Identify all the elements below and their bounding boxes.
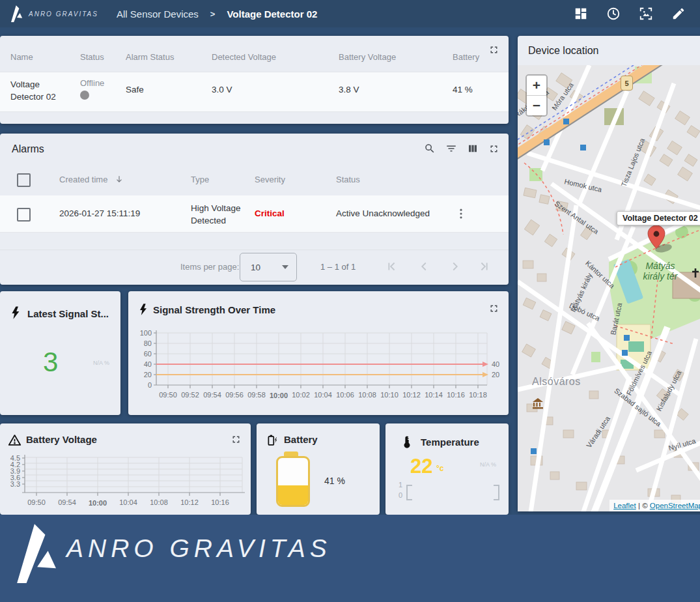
col-battery: Battery [453,52,479,62]
chevron-down-icon [282,265,288,269]
screenshot-icon[interactable] [639,7,653,21]
filter-icon[interactable] [445,143,457,154]
sort-desc-icon[interactable] [115,174,124,184]
x-tick: 10:06 [336,391,354,399]
columns-icon[interactable] [467,143,479,154]
battery-fill [278,485,308,505]
breadcrumb-current: Voltage Detector 02 [227,8,317,20]
brand-logo-icon [9,5,23,23]
leaflet-link[interactable]: Leaflet [613,502,636,509]
col-name: Name [10,52,33,62]
dashboards-icon[interactable] [574,7,588,21]
latest-signal-title: Latest Signal St... [27,308,115,319]
signal-chart-card: Signal Strength Over Time 100 80 60 40 2… [128,291,509,415]
zoom-out-button[interactable]: − [527,96,546,115]
map-container: Móra utca Rákóczi utca Homok utca Szent … [518,65,700,511]
x-tick: 10:08 [150,498,168,506]
y-tick: 20 [144,371,152,379]
offline-status-dot [80,91,89,100]
x-tick: 09:54 [58,498,76,506]
battery-percent-label: 41 % [324,476,345,486]
warning-icon [8,433,21,447]
y-tick: 3.3 [10,480,20,488]
x-tick: 09:58 [247,391,266,399]
select-all-checkbox[interactable] [17,173,31,187]
threshold-label: 20 [492,371,499,379]
map-title: Device location [528,45,599,57]
device-location-card: Device location [518,36,700,511]
top-navbar: ANRO GRAVITAS All Sensor Devices > Volta… [0,0,700,27]
thermometer-icon [401,435,413,449]
zoom-in-button[interactable]: + [527,76,546,96]
marker-tooltip: Voltage Detector 02 [617,211,700,225]
map-zoom-control: + − [525,74,548,117]
col-detected-voltage: Detected Voltage [212,52,276,62]
bolt-icon [137,303,150,316]
device-detected-voltage: 3.0 V [212,85,232,94]
x-tick: 10:02 [292,391,310,399]
bolt-icon [9,306,23,320]
openstreetmap-link[interactable]: OpenStreetMap [650,502,700,509]
page-range-label: 1 – 1 of 1 [320,262,356,272]
col-type: Type [191,175,209,184]
first-page-icon[interactable] [384,259,399,274]
brand-name: ANRO GRAVITAS [29,10,98,18]
route-shield: 5 [621,76,633,91]
device-name: Voltage Detector 02 [10,78,66,103]
fullscreen-icon[interactable] [488,143,499,154]
battery-voltage-title: Battery Voltage [26,434,97,445]
x-tick: 09:50 [159,391,177,399]
footer: ANRO GRAVITAS [0,515,700,602]
row-checkbox[interactable] [17,208,31,222]
col-created-time: Created time [59,175,107,184]
threshold-label: 40 [492,360,499,368]
breadcrumb-separator: > [210,9,216,19]
fullscreen-icon[interactable] [231,434,242,445]
footer-logo-icon [7,521,64,585]
search-icon[interactable] [424,143,436,154]
temperature-title: Temperature [421,437,479,448]
fullscreen-icon[interactable] [488,44,499,55]
x-tick-current: 10:00 [89,499,107,507]
x-tick: 09:54 [203,391,221,399]
y-tick: 100 [140,329,152,337]
alarm-row[interactable]: 2026-01-27 15:11:19 High Voltage Detecte… [0,195,509,233]
alarm-severity: Critical [255,208,285,218]
battery-voltage-chart: 4.5 4.2 3.9 3.6 3.3 09:50 09:54 10:00 10… [0,450,251,515]
battery-title: Battery [284,434,318,445]
attribution-copyright: © [642,502,647,509]
nav-logo[interactable]: ANRO GRAVITAS [9,5,98,23]
signal-chart-title: Signal Strength Over Time [153,304,275,315]
next-page-icon[interactable] [448,259,462,274]
breadcrumb-root[interactable]: All Sensor Devices [117,8,199,20]
device-alarm-status: Safe [126,85,144,94]
col-status: Status [336,175,360,184]
col-alarm-status: Alarm Status [126,52,174,62]
x-tick: 09:52 [181,391,199,399]
page-size-select[interactable]: 10 [240,253,297,281]
x-tick: 10:12 [180,498,199,506]
mini-y-tick: 1 [399,481,402,489]
prev-page-icon[interactable] [417,259,431,274]
park-label: Mátyás király tér [635,261,686,281]
edit-icon[interactable] [671,7,686,21]
y-tick: 40 [144,360,152,368]
latest-signal-card: Latest Signal St... 3 N/A % [0,291,120,415]
device-battery-voltage: 3.8 V [339,85,359,94]
alarm-created-time: 2026-01-27 15:11:19 [59,208,140,218]
device-table-row[interactable]: Voltage Detector 02 Offline Safe 3.0 V 3… [0,72,509,112]
signal-chart: 100 80 60 40 20 0 40 20 09:50 09:52 09:5… [128,321,509,412]
kebab-menu-icon[interactable] [455,206,468,222]
map-attribution: Leaflet | © OpenStreetMap [609,500,700,511]
time-window-icon[interactable] [606,7,621,21]
temperature-card: Temperature 22 °c N/A % 1 0 [385,423,509,515]
x-tick: 10:16 [447,391,465,399]
fullscreen-icon[interactable] [488,303,499,314]
col-status: Status [80,52,104,62]
col-severity: Severity [255,175,285,184]
created-time-label: Created time [59,175,107,184]
col-battery-voltage: Battery Voltage [339,52,396,62]
last-page-icon[interactable] [477,259,492,274]
battery-card: Battery 41 % [257,423,380,515]
device-status: Offline [80,78,104,88]
